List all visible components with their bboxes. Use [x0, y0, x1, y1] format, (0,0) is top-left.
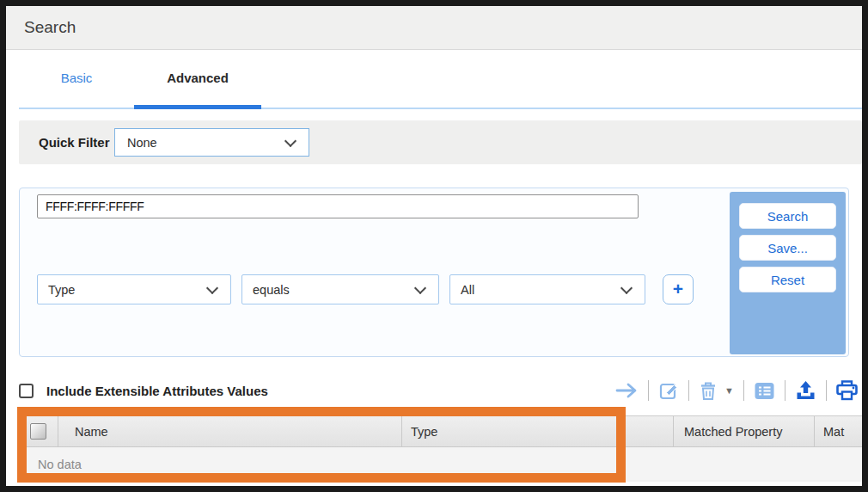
no-data-text: No data [38, 458, 82, 471]
condition-operator-value: equals [253, 283, 290, 297]
search-criteria-panel: Type equals All + Search Save... Reset [19, 188, 849, 357]
print-icon[interactable] [836, 380, 858, 401]
search-window: Search Basic Advanced Quick Filter None … [0, 0, 868, 492]
tab-advanced[interactable]: Advanced [134, 50, 261, 106]
include-ea-checkbox[interactable] [19, 384, 34, 398]
search-query-input[interactable] [37, 194, 639, 218]
condition-operator-select[interactable]: equals [241, 274, 439, 304]
reset-button[interactable]: Reset [739, 267, 836, 292]
chevron-down-icon [620, 282, 633, 294]
chevron-down-icon [284, 135, 296, 147]
results-toolbar: Include Extensible Attributes Values [19, 374, 858, 407]
condition-field-select[interactable]: Type [37, 274, 231, 304]
page-title: Search [24, 18, 76, 37]
column-header-type[interactable]: Type [402, 416, 674, 446]
chevron-down-icon [414, 282, 426, 294]
column-header-matched-property[interactable]: Matched Property [674, 416, 815, 446]
delete-icon[interactable] [699, 381, 718, 401]
window-titlebar: Search [6, 6, 862, 50]
include-ea-label: Include Extensible Attributes Values [46, 384, 268, 398]
include-ea-group: Include Extensible Attributes Values [19, 384, 268, 398]
toolbar-separator [743, 380, 744, 401]
quick-filter-select[interactable]: None [114, 128, 309, 157]
toolbar-separator [826, 380, 827, 401]
chevron-down-icon [206, 282, 218, 294]
column-header-name[interactable]: Name [58, 416, 402, 446]
toolbar-separator [688, 380, 689, 401]
toolbar-icon-strip: ▼ [615, 380, 858, 401]
quick-filter-value: None [127, 136, 157, 150]
list-view-icon[interactable] [754, 381, 775, 401]
search-actions-panel: Search Save... Reset [730, 192, 846, 354]
results-table: Name Type Matched Property Mat No data [19, 415, 862, 482]
delete-caret[interactable]: ▼ [724, 385, 734, 396]
condition-value-value: All [461, 283, 474, 297]
select-all-checkbox[interactable] [30, 423, 46, 440]
condition-field-value: Type [48, 283, 75, 297]
quick-filter-bar: Quick Filter None [19, 120, 862, 164]
forward-arrow-icon[interactable] [615, 381, 639, 400]
toolbar-separator [648, 380, 649, 401]
tab-active-indicator [134, 105, 261, 109]
toolbar-separator [785, 380, 785, 401]
tab-bar: Basic Advanced [6, 50, 862, 110]
table-empty-row: No data [19, 447, 862, 482]
add-condition-button[interactable]: + [663, 274, 694, 304]
search-button[interactable]: Search [739, 203, 836, 229]
quick-filter-label: Quick Filter [39, 135, 110, 150]
edit-icon[interactable] [658, 380, 679, 401]
save-button[interactable]: Save... [739, 235, 836, 261]
condition-value-select[interactable]: All [449, 274, 645, 304]
column-header-matched-value[interactable]: Mat [815, 416, 862, 446]
table-header-row: Name Type Matched Property Mat [19, 415, 862, 447]
export-icon[interactable] [795, 380, 816, 401]
table-header-checkbox-cell [19, 416, 58, 446]
tab-basic[interactable]: Basic [19, 50, 134, 106]
